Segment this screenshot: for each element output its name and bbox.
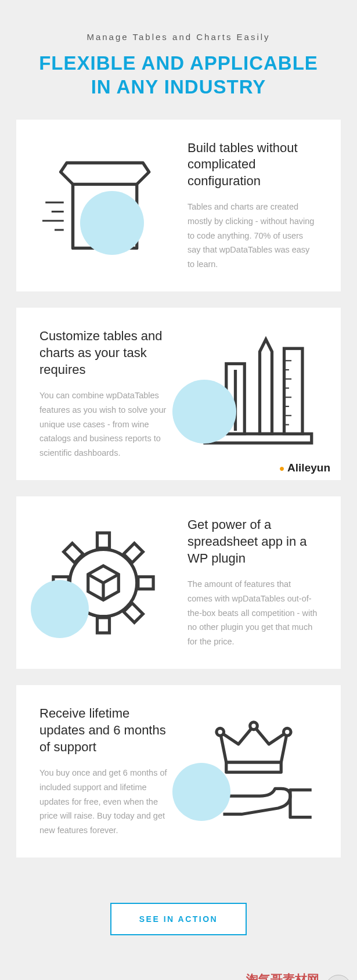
card-text: Customize tables and charts as your task… [39, 328, 170, 460]
card-heading: Receive lifetime updates and 6 months of… [39, 705, 170, 755]
card-body: You can combine wpDataTables features as… [39, 388, 170, 460]
card-heading: Build tables without complicated configu… [187, 140, 318, 190]
svg-point-28 [217, 728, 224, 736]
card-text: Build tables without complicated configu… [187, 140, 318, 272]
card-heading: Get power of a spreadsheet app in a WP p… [187, 517, 318, 567]
feature-card: Customize tables and charts as your task… [16, 308, 341, 480]
svg-point-30 [283, 728, 291, 736]
gear-cube-icon [39, 522, 167, 644]
svg-rect-27 [226, 762, 282, 772]
box-check-icon [39, 145, 167, 266]
tools-icon [190, 333, 318, 455]
feature-card: Receive lifetime updates and 6 months of… [16, 685, 341, 858]
feature-card: Get power of a spreadsheet app in a WP p… [16, 496, 341, 669]
svg-rect-21 [138, 577, 153, 589]
card-body: The amount of features that comes with w… [187, 577, 318, 648]
svg-rect-18 [98, 533, 110, 548]
card-body: Tables and charts are created mostly by … [187, 200, 318, 271]
feature-card: Build tables without complicated configu… [16, 120, 341, 292]
card-body: You buy once and get 6 months of include… [39, 766, 170, 837]
header: Manage Tables and Charts Easily FLEXIBLE… [0, 0, 357, 120]
cta-section: SEE IN ACTION [0, 874, 357, 970]
see-in-action-button[interactable]: SEE IN ACTION [110, 903, 247, 935]
card-text: Receive lifetime updates and 6 months of… [39, 705, 170, 837]
footer-watermark: 淘气哥素材网 www.tqge.com [0, 970, 357, 980]
header-title: FLEXIBLE AND APPLICABLE IN ANY INDUSTRY [17, 51, 340, 99]
crown-hand-icon [190, 711, 318, 833]
svg-rect-19 [98, 618, 110, 633]
card-text: Get power of a spreadsheet app in a WP p… [187, 517, 318, 648]
cards-list: Build tables without complicated configu… [0, 120, 357, 858]
svg-point-29 [250, 722, 258, 730]
watermark: ● Alileyun [279, 462, 330, 474]
footer-brand: 淘气哥素材网 [246, 971, 319, 980]
header-subtitle: Manage Tables and Charts Easily [17, 32, 340, 42]
card-heading: Customize tables and charts as your task… [39, 328, 170, 378]
mascot-icon [326, 975, 351, 980]
